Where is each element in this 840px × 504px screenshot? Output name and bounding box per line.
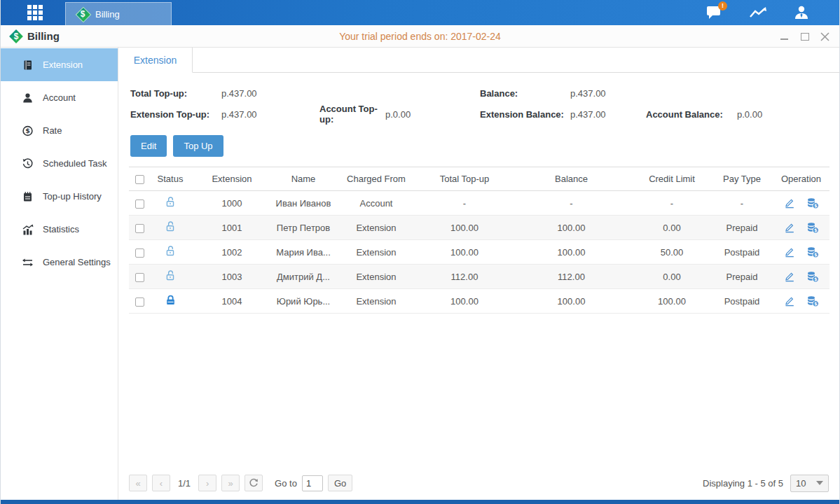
total-topup-cell: 100.00 [419,240,510,265]
lock-closed-icon [165,294,177,306]
refresh-icon [249,478,259,488]
extension-balance-label: Extension Balance: [480,109,570,120]
lock-open-icon [165,270,177,281]
select-all-checkbox[interactable] [135,175,144,184]
topup-row-icon[interactable]: $ [806,271,819,283]
total-topup-cell: 100.00 [419,216,510,240]
topup-row-icon[interactable]: $ [806,222,819,234]
edit-button[interactable]: Edit [130,135,167,157]
sidebar: Extension Account $ Rate [1,48,118,500]
lock-open-icon [165,220,177,232]
sidebar-item-account[interactable]: Account [1,81,118,114]
sidebar-item-statistics[interactable]: Statistics [1,213,118,246]
sidebar-item-label: General Settings [43,257,111,267]
lock-open-icon [165,196,177,208]
sidebar-item-rate[interactable]: $ Rate [1,114,118,147]
charged-from-cell: Extension [333,265,419,289]
user-account-icon[interactable] [792,4,811,22]
sidebar-item-extension[interactable]: Extension [1,48,118,81]
close-button[interactable] [820,32,829,41]
charged-from-cell: Extension [333,216,419,240]
credit-limit-cell: 50.00 [633,240,711,265]
sliders-icon [22,257,34,268]
name-cell: Дмитрий Д... [273,265,333,289]
sidebar-item-label: Extension [43,59,83,70]
balance-cell: 100.00 [510,289,633,314]
sidebar-item-scheduled-task[interactable]: Scheduled Task [1,147,118,180]
minimize-button[interactable] [780,32,789,41]
billing-window: $ Billing ! [0,0,840,504]
extension-cell: 1003 [191,265,273,289]
table-row: 1003Дмитрий Д...Extension112.00112.000.0… [129,265,829,289]
topbar-tab-label: Billing [95,9,120,20]
svg-text:$: $ [813,276,817,282]
row-checkbox[interactable] [135,224,144,233]
notifications-icon[interactable]: ! [705,4,724,22]
displaying-text: Displaying 1 - 5 of 5 [703,478,783,489]
pay-type-cell: - [711,191,773,216]
edit-row-icon[interactable] [784,295,795,307]
apps-grid-icon[interactable] [27,5,48,20]
name-cell: Иван Иванов [273,191,333,216]
edit-row-icon[interactable] [784,222,795,233]
edit-row-icon[interactable] [784,197,795,209]
pay-type-cell: Postpaid [711,240,773,265]
next-page-button[interactable]: › [198,475,216,491]
balance-summary: Total Top-up: p.437.00 Extension Top-up:… [118,73,839,127]
first-page-button[interactable]: « [129,475,147,491]
reports-chart-icon[interactable] [748,4,768,22]
topup-row-icon[interactable]: $ [806,295,819,307]
name-cell: Юрий Юрь... [273,289,333,314]
account-topup-label: Account Top-up: [319,104,385,125]
edit-row-icon[interactable] [784,246,795,258]
person-icon [22,92,34,104]
svg-text:$: $ [25,127,30,134]
billing-app-icon: $ [76,7,90,21]
notification-badge: ! [718,1,727,10]
goto-page-input[interactable] [302,475,323,491]
charged-from-cell: Extension [333,289,419,314]
toolbar: Edit Top Up [118,127,839,167]
total-topup-cell: 112.00 [419,265,510,289]
window-controls [780,25,829,48]
pay-type-cell: Postpaid [711,289,773,314]
account-balance-label: Account Balance: [646,109,737,120]
topup-row-icon[interactable]: $ [806,246,819,258]
topbar-billing-tab[interactable]: $ Billing [65,2,172,25]
go-button[interactable]: Go [328,475,352,491]
topup-button[interactable]: Top Up [173,135,223,157]
row-checkbox[interactable] [135,298,144,307]
table-row: 1002Мария Ива...Extension100.00100.0050.… [129,240,829,265]
status-cell [150,191,191,216]
sidebar-item-topup-history[interactable]: Top-up History [1,180,118,213]
credit-limit-cell: 100.00 [633,289,711,314]
extension-cell: 1002 [191,240,273,265]
balance-cell: 100.00 [510,240,633,265]
row-checkbox[interactable] [135,200,144,209]
edit-row-icon[interactable] [784,271,795,282]
page-size-select[interactable]: 10 [790,475,829,492]
maximize-button[interactable] [800,32,809,41]
dollar-circle-icon: $ [22,125,34,136]
bar-chart-icon [22,224,34,235]
tab-extension[interactable]: Extension [118,48,193,73]
pay-type-cell: Prepaid [711,265,773,289]
prev-page-button[interactable]: ‹ [152,475,170,491]
notebook-icon [22,191,34,202]
extension-topup-label: Extension Top-up: [130,109,221,120]
svg-text:$: $ [813,203,817,209]
topbar-icons: ! [705,0,811,25]
extension-cell: 1004 [191,289,273,314]
row-checkbox[interactable] [135,248,144,258]
name-cell: Мария Ива... [273,240,333,265]
row-checkbox[interactable] [135,273,144,282]
extension-topup-value: p.437.00 [221,109,319,120]
sidebar-item-general-settings[interactable]: General Settings [1,246,118,279]
name-cell: Петр Петров [273,216,333,240]
window-title: Billing [27,30,60,42]
status-cell [150,240,191,265]
total-topup-label: Total Top-up: [130,88,221,99]
topup-row-icon[interactable]: $ [806,197,819,209]
refresh-button[interactable] [245,475,263,491]
last-page-button[interactable]: » [221,475,240,491]
